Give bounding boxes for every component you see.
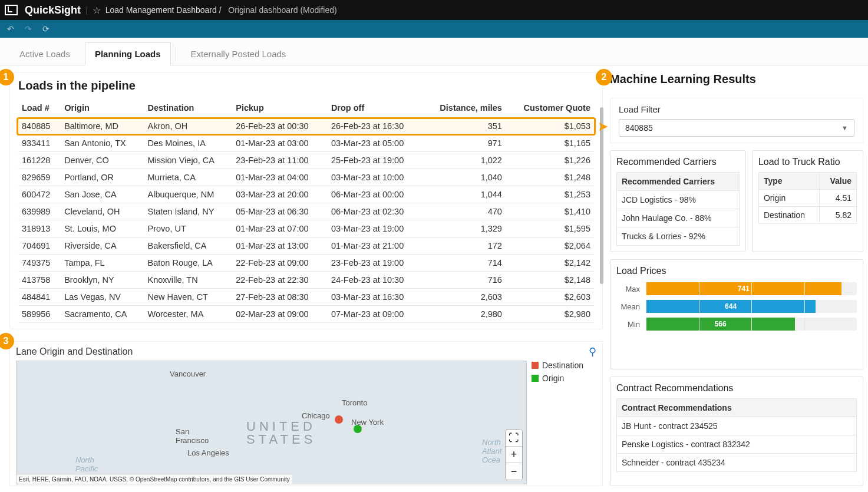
sheet-tabs: Active Loads Planning Loads Externally P… — [0, 38, 868, 65]
load-prices-title: Load Prices — [616, 266, 857, 276]
map-label-us: UNITED STATES — [246, 420, 316, 446]
map-label-la: Los Angeles — [187, 448, 229, 457]
breadcrumb[interactable]: Load Management Dashboard / Original das… — [105, 5, 337, 15]
map-dot-destination — [335, 415, 343, 424]
table-row: Origin4.51 — [758, 190, 856, 207]
map-pin-icon[interactable]: ⚲ — [589, 345, 596, 358]
map-label-na: North Atlant Ocea — [482, 438, 501, 464]
loads-col-header[interactable]: Load # — [18, 98, 61, 118]
table-row[interactable]: 161228Denver, COMission Viejo, CA23-Feb-… — [18, 152, 594, 169]
loads-col-header[interactable]: Drop off — [328, 98, 423, 118]
load-filter-label: Load Filter — [619, 104, 854, 114]
pipeline-card: Loads in the pipeline Load #OriginDestin… — [9, 72, 603, 329]
table-row[interactable]: 840885Baltimore, MDAkron, OH26-Feb-23 at… — [18, 118, 594, 135]
pipeline-title: Loads in the pipeline — [18, 79, 594, 93]
contracts-header: Contract Recommendations — [616, 398, 857, 417]
breadcrumb-parent[interactable]: Load Management Dashboard / — [105, 5, 222, 15]
legend-label-origin: Origin — [542, 374, 564, 383]
chevron-down-icon: ▼ — [841, 124, 848, 131]
map-visual[interactable]: Vancouver Toronto Chicago New York San F… — [16, 361, 527, 484]
table-row: Destination5.82 — [758, 207, 856, 224]
table-row[interactable]: 933411San Antonio, TXDes Moines, IA01-Ma… — [18, 135, 594, 152]
table-row[interactable]: 589956Sacramento, CAWorcester, MA02-Mar-… — [18, 306, 594, 323]
map-title: Lane Origin and Destination — [16, 346, 133, 357]
map-zoom-in-button[interactable]: + — [506, 447, 522, 463]
ml-results-title: Machine Learning Results — [610, 72, 863, 86]
load-truck-ratio-title: Load to Truck Ratio — [758, 157, 857, 167]
annotation-arrow-icon: ➤ — [598, 119, 608, 134]
list-item[interactable]: JB Hunt - contract 234525 — [616, 417, 857, 435]
legend-swatch-origin — [532, 375, 539, 382]
loads-col-header[interactable]: Distance, miles — [423, 98, 506, 118]
list-item[interactable]: Schneider - contract 435234 — [616, 454, 857, 472]
legend-swatch-destination — [532, 362, 539, 369]
map-dot-origin — [354, 425, 362, 433]
map-label-vancouver: Vancouver — [170, 369, 206, 378]
tab-planning-loads[interactable]: Planning Loads — [85, 42, 171, 65]
load-truck-ratio-card: Load to Truck Ratio TypeValueOrigin4.51D… — [752, 150, 863, 252]
bar-label: Mean — [616, 302, 640, 311]
annotation-badge-2: 2 — [596, 69, 612, 85]
list-item[interactable]: John Haulage Co. - 88% — [616, 209, 740, 227]
map-label-toronto: Toronto — [342, 398, 367, 407]
quicksight-logo-icon — [5, 5, 18, 15]
redo-icon[interactable]: ↷ — [25, 24, 32, 34]
load-filter-value: 840885 — [625, 123, 653, 133]
bar-label: Min — [616, 320, 640, 329]
bar-row: Min566 — [616, 318, 857, 331]
tab-active-loads[interactable]: Active Loads — [9, 42, 80, 65]
map-card: Lane Origin and Destination ⚲ Vancouver … — [9, 341, 603, 486]
ratio-table: TypeValueOrigin4.51Destination5.82 — [758, 172, 857, 224]
table-row[interactable]: 413758Brooklyn, NYKnoxville, TN22-Feb-23… — [18, 272, 594, 289]
load-filter-select[interactable]: 840885 ▼ — [619, 119, 854, 137]
table-row[interactable]: 318913St. Louis, MOProvo, UT01-Mar-23 at… — [18, 220, 594, 237]
brand-name: QuickSight — [25, 4, 81, 16]
recommended-carriers-title: Recommended Carriers — [616, 157, 740, 167]
map-attribution: Esri, HERE, Garmin, FAO, NOAA, USGS, © O… — [16, 475, 292, 484]
map-legend: Destination Origin — [532, 361, 596, 484]
map-label-sf: San Francisco — [176, 427, 209, 445]
table-row[interactable]: 484841Las Vegas, NVNew Haven, CT27-Feb-2… — [18, 289, 594, 306]
load-filter-card: Load Filter 840885 ▼ — [610, 98, 863, 143]
map-zoom-out-button[interactable]: − — [506, 463, 522, 480]
refresh-icon[interactable]: ⟳ — [42, 24, 49, 34]
load-prices-chart: Max741Mean644Min566 — [616, 282, 857, 331]
recommended-carriers-card: Recommended Carriers Recommended Carrier… — [610, 150, 746, 252]
contracts-title: Contract Recommendations — [616, 383, 857, 394]
app-topbar: QuickSight | ☆ Load Management Dashboard… — [0, 0, 868, 20]
table-row[interactable]: 829659Portland, ORMurrieta, CA01-Mar-23 … — [18, 169, 594, 186]
legend-label-destination: Destination — [542, 361, 583, 370]
loads-col-header[interactable]: Destination — [144, 98, 233, 118]
bar-label: Max — [616, 285, 640, 293]
loads-table: Load #OriginDestinationPickupDrop offDis… — [18, 98, 594, 323]
bar-row: Max741 — [616, 282, 857, 295]
edit-toolbar: ↶ ↷ ⟳ — [0, 20, 868, 38]
loads-col-header[interactable]: Origin — [61, 98, 144, 118]
loads-col-header[interactable]: Pickup — [232, 98, 328, 118]
contracts-card: Contract Recommendations Contract Recomm… — [610, 377, 863, 487]
loads-col-header[interactable]: Customer Quote — [506, 98, 594, 118]
table-row[interactable]: 749375Tampa, FLBaton Rouge, LA22-Feb-23 … — [18, 255, 594, 272]
table-row[interactable]: 600472San Jose, CAAlbuquerque, NM03-Mar-… — [18, 186, 594, 203]
list-item[interactable]: Trucks & Lorries - 92% — [616, 227, 740, 246]
map-home-button[interactable]: ⛶ — [506, 430, 522, 447]
undo-icon[interactable]: ↶ — [7, 24, 14, 34]
list-item[interactable]: Penske Logistics - contract 832342 — [616, 435, 857, 454]
table-row[interactable]: 639989Cleveland, OHStaten Island, NY05-M… — [18, 203, 594, 220]
list-item[interactable]: JCD Logistics - 98% — [616, 191, 740, 209]
table-row[interactable]: 704691Riverside, CABakersfield, CA01-Mar… — [18, 237, 594, 255]
star-icon[interactable]: ☆ — [93, 5, 101, 16]
tab-externally-posted[interactable]: Externally Posted Loads — [181, 42, 296, 65]
breadcrumb-current[interactable]: Original dashboard (Modified) — [228, 5, 336, 15]
map-zoom-controls: ⛶ + − — [505, 430, 523, 480]
load-prices-card: Load Prices Max741Mean644Min566 — [610, 259, 863, 369]
recommended-carriers-header: Recommended Carriers — [616, 172, 740, 191]
bar-row: Mean644 — [616, 300, 857, 313]
